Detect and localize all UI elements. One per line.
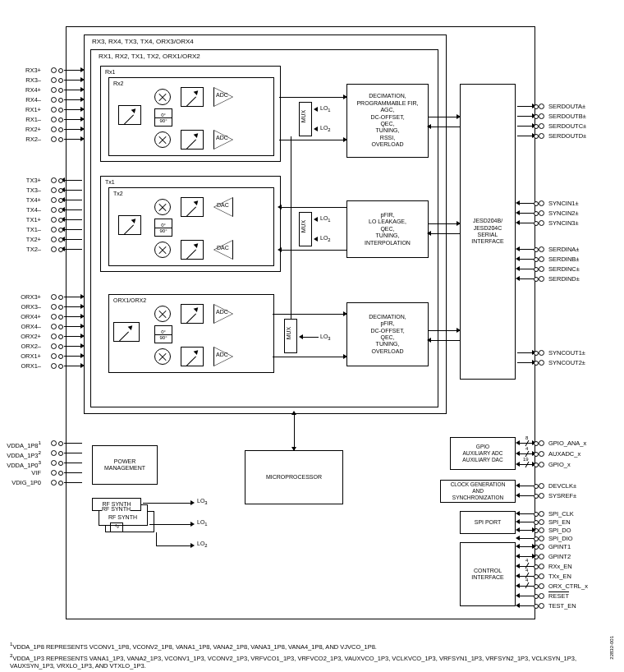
microprocessor-block: MICROPROCESSOR <box>245 450 343 504</box>
pin-circle <box>534 441 539 446</box>
tx-filter-top-icon <box>181 197 204 217</box>
orx-phase-icon: 0°90° <box>154 325 172 343</box>
power-management-block: POWER MANAGEMENT <box>92 445 158 485</box>
pin-circle <box>51 97 57 103</box>
pin-circle <box>51 77 57 83</box>
tx-dsp-block: pFIR, LO LEAKAGE, QEC, TUNING, INTERPOLA… <box>346 200 429 258</box>
pin-circle <box>51 314 57 320</box>
arrow-icon <box>314 107 318 112</box>
pin-circle <box>51 217 57 223</box>
pin-circle <box>539 483 544 489</box>
pin-circle <box>58 137 63 142</box>
pin-label: DEVCLK± <box>548 482 576 490</box>
pin-label: RX3– <box>25 76 41 84</box>
pin-circle <box>539 220 544 226</box>
pin-circle <box>539 564 544 569</box>
pin-circle <box>58 441 63 446</box>
pin-label: RX3+ <box>25 67 41 74</box>
pin-circle <box>539 593 544 599</box>
pin-circle <box>51 353 57 359</box>
pin-circle <box>539 603 544 609</box>
pin-label: RX2+ <box>25 126 41 133</box>
pin-circle <box>58 305 63 310</box>
tx-filter-bot-icon <box>181 240 204 260</box>
pin-label: SYNCIN2± <box>548 209 579 217</box>
pin-label: ORX4+ <box>21 313 41 320</box>
pin-circle <box>51 246 57 252</box>
pin-circle <box>51 470 57 476</box>
pin-circle <box>534 463 539 467</box>
gpio-aux-block: GPIO AUXILIARY ADC AUXILIARY DAC <box>450 437 516 470</box>
pin-label: TX1+ <box>26 216 41 223</box>
clock-gen-block: CLOCK GENERATION AND SYNCHRONIZATION <box>440 480 516 503</box>
pin-circle <box>534 604 539 609</box>
pin-circle <box>534 564 539 569</box>
pin-label: TX2+ <box>26 236 41 243</box>
pin-label: SERDOUTA± <box>548 103 585 110</box>
pin-circle <box>51 450 57 456</box>
pin-label: TX4– <box>26 206 41 214</box>
pin-circle <box>51 324 57 329</box>
pin-circle <box>51 363 57 369</box>
pin-circle <box>534 494 539 499</box>
pin-circle <box>51 127 57 132</box>
orx-filter-top-icon <box>181 304 204 324</box>
rx-dsp-block: DECIMATION, PROGRAMMABLE FIR, AGC, DC-OF… <box>346 84 429 158</box>
pin-circle <box>51 440 57 446</box>
orx-adc-top-label: ADC <box>216 309 228 315</box>
pin-label: ORX4– <box>21 323 41 330</box>
pin-circle <box>534 201 539 206</box>
pin-circle <box>539 256 544 262</box>
pin-circle <box>534 277 539 282</box>
pin-circle <box>58 208 63 213</box>
pin-label: SYNCOUT1± <box>548 349 585 357</box>
pin-label: TX3– <box>26 186 41 194</box>
arrow-icon <box>314 127 318 131</box>
pin-circle <box>534 512 539 517</box>
tx-lo2-label: LO2 <box>320 235 331 242</box>
pin-circle <box>539 133 544 139</box>
pin-circle <box>539 511 544 517</box>
pin-label: VIF <box>31 469 41 476</box>
pin-circle <box>534 484 539 489</box>
pin-circle <box>51 227 57 232</box>
orx-filter-bot-icon <box>181 347 204 366</box>
orx-mux-label: MUX <box>286 327 291 340</box>
pin-label: SERDINC± <box>548 265 580 273</box>
pin-circle <box>58 228 63 232</box>
pin-circle <box>539 462 544 467</box>
pin-circle <box>539 104 544 109</box>
pin-circle <box>534 574 539 579</box>
orx-dsp-block: DECIMATION, pFIR, DC-OFFSET, QEC, TUNING… <box>346 302 429 366</box>
rx-phase-icon: 0°90° <box>154 108 172 127</box>
pin-label: GPIO_ANA_x <box>548 440 586 447</box>
pin-circle <box>58 178 63 183</box>
pin-circle <box>539 527 544 533</box>
tx2-label: Tx2 <box>113 191 123 196</box>
lo-routing-line <box>291 136 291 319</box>
pin-circle <box>58 237 63 242</box>
pin-circle <box>58 334 63 339</box>
pin-circle <box>58 451 63 456</box>
tx-atten-icon <box>118 215 141 235</box>
pin-circle <box>51 480 57 486</box>
pin-label: SYNCIN1± <box>548 200 579 207</box>
pin-label: VDDA_1P81 <box>7 440 41 449</box>
sine-icon: ∿ <box>110 522 123 532</box>
pin-label: SPI_CLK <box>548 510 574 518</box>
orx-mixer-bot-icon <box>154 348 171 365</box>
pin-circle <box>58 481 63 486</box>
rx-lo1-label: LO1 <box>320 105 331 113</box>
rx-adc-bot-label: ADC <box>216 135 228 140</box>
pin-circle <box>51 294 57 300</box>
tx-lo1-label: LO1 <box>320 215 331 223</box>
pin-label: VDDA_1P03 <box>7 459 41 469</box>
pin-label: RX4+ <box>25 86 41 94</box>
rx-atten-icon <box>118 105 141 125</box>
pin-label: SYSREF± <box>548 492 576 499</box>
pin-circle <box>534 452 539 457</box>
pin-circle <box>539 350 544 356</box>
pin-label: SERDINA± <box>548 246 579 253</box>
pin-label: ORX2+ <box>21 333 41 340</box>
pin-label: SPI_DIO <box>548 535 573 542</box>
